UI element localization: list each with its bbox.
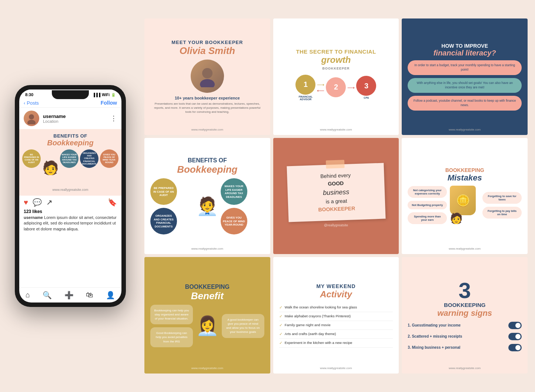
card2-website: www.reallygreatsite.com	[320, 128, 352, 131]
card1-avatar	[191, 60, 224, 93]
benefit-bubbles-right: A good bookkeeper can give you peace of …	[222, 314, 264, 338]
toggle-3[interactable]	[508, 344, 522, 351]
post-grid: MEET YOUR BOOKKEEPER Olivia Smith 10+ ye…	[144, 18, 528, 374]
shop-icon[interactable]: 🛍	[86, 291, 93, 300]
back-button[interactable]: ‹ Posts	[24, 100, 39, 106]
mistakes-center: 🪙 🧑	[450, 186, 479, 224]
card-mistakes: BOOKKEEPING Mistakes Not categorizing yo…	[402, 138, 528, 254]
card5-handle: @reallygreatsite	[324, 223, 348, 227]
bookkeeper-figure-icon: 🧑‍💼	[196, 196, 218, 217]
card9-subtitle: warning signs	[437, 308, 492, 318]
cycle-arrows: ⟶ ⟵	[317, 82, 324, 94]
profile-info: username Location	[43, 114, 107, 124]
card7-title: BOOKKEEPING	[185, 284, 230, 290]
warning-item-3: 3. Mixing business + personal	[408, 344, 522, 351]
cycle-item-1: 1 FINANCIALADVISOR	[295, 75, 315, 101]
card2-title: THE SECRET TO FINANCIAL	[296, 48, 376, 55]
cycle-circle-1: 1	[295, 75, 315, 95]
more-icon[interactable]: ⋮	[110, 114, 117, 122]
activity-text-5: Experiment in the kitchen with a new rec…	[285, 341, 352, 345]
post-circles: BE PREPARED IN CASE OF AN AUDIT 🧑 MAKES …	[19, 149, 121, 186]
battery-icon: 🔋	[111, 93, 116, 97]
mistakes-left: Not categorizing your expenses correctly…	[408, 186, 447, 224]
card6-title: BOOKKEEPING	[445, 167, 484, 173]
comment-icon[interactable]: 💬	[33, 198, 42, 207]
toggle-knob-2	[515, 334, 521, 339]
bookkeeper-avatar-image	[196, 65, 218, 87]
card-benefit-gold: BOOKKEEPING Benefit Bookkeeping can help…	[144, 257, 270, 374]
cycle-circle-2: 2	[326, 77, 346, 97]
share-icon[interactable]: ↗	[46, 198, 53, 207]
add-icon[interactable]: ➕	[64, 291, 74, 300]
search-icon[interactable]: 🔍	[43, 291, 52, 300]
card4-website: www.reallygreatsite.com	[191, 247, 223, 250]
benefit-3: ORGANIZES AND CREATES FINANCIAL DOCUMENT…	[150, 208, 177, 234]
mistake-4: Forgetting to save for taxes	[482, 192, 522, 204]
benefit-circle-4: GIVES YOU PEACE OF MIND YEAR-ROUND	[100, 149, 118, 168]
cycle-circle-3: 3	[356, 76, 376, 96]
check-icon-5: ✓	[279, 341, 282, 345]
phone-notch	[52, 90, 89, 99]
like-icon[interactable]: ♥	[24, 198, 28, 207]
card6-subtitle: Mistakes	[448, 173, 482, 183]
card-weekend-activity: MY WEEKEND Activity ✓ Walk the ocean sho…	[273, 257, 399, 374]
back-label: Posts	[27, 100, 39, 106]
profile-icon[interactable]: 👤	[106, 291, 115, 300]
quote-line3: business	[323, 188, 350, 196]
benefit-circle-3: ORGANIZES AND CREATES FINANCIAL DOCUMENT…	[80, 149, 98, 168]
bookmark-icon[interactable]: 🔖	[108, 198, 117, 207]
avatar-image	[26, 112, 37, 124]
card1-website: www.reallygreatsite.com	[191, 128, 223, 131]
mistake-2: Not Budgeting properly	[408, 201, 447, 209]
bookkeeper-cartoon-icon: 👩‍💼	[196, 315, 219, 337]
card1-title: MEET YOUR BOOKKEEPER	[171, 40, 243, 45]
benefit-circle-1: BE PREPARED IN CASE OF AN AUDIT	[22, 149, 41, 168]
card3-subtitle: financial literacy?	[434, 49, 496, 57]
warning-text-3: 3. Mixing business + personal	[408, 345, 460, 349]
cycle-item-2: 2	[326, 77, 346, 98]
card1-name: Olivia Smith	[180, 45, 235, 57]
benefit-2: MAKES YOUR LIFE EASIER AROUND TAX DEADLI…	[221, 178, 247, 205]
card6-website: www.reallygreatsite.com	[449, 247, 481, 250]
post-caption: username Lorem ipsum dolor sit amet, con…	[19, 214, 121, 234]
phone-time: 8:30	[25, 92, 33, 97]
card1-experience: 10+ years bookkeeper experience	[175, 96, 240, 100]
activity-item-2: ✓ Make alphabet crayons (Thanks Pinteres…	[279, 312, 393, 321]
warning-text-2: 2. Scattered + missing receipts	[408, 334, 462, 338]
card-financial-literacy: HOW TO IMPROVE financial literacy? In or…	[402, 18, 528, 135]
benefit-bubble-1: Bookkeeping can help you stay organized …	[150, 305, 193, 325]
card8-subtitle: Activity	[320, 289, 352, 300]
coin-jar-icon: 🪙	[450, 186, 476, 215]
benefits-left: BE PREPARED IN CASE OF AN AUDIT ORGANIZE…	[150, 178, 194, 234]
mistakes-right: Forgetting to save for taxes Forgetting …	[482, 192, 522, 219]
phone-device: 8:30 ▐▐▐ WiFi 🔋 ‹ Posts Follow	[15, 85, 126, 307]
quote-line4: is a great	[325, 198, 347, 205]
card-quote: Behind every GOOD business is a great BO…	[273, 138, 399, 254]
tape-decoration	[325, 160, 344, 169]
card7-layout: Bookkeeping can help you stay organized …	[150, 305, 264, 347]
activity-item-3: ✓ Family game night and movie	[279, 321, 393, 330]
benefit-bubbles-left: Bookkeeping can help you stay organized …	[150, 305, 193, 347]
phone-mockup: 8:30 ▐▐▐ WiFi 🔋 ‹ Posts Follow	[7, 85, 133, 307]
home-icon[interactable]: ⌂	[26, 291, 30, 300]
cycle-label-3: CPA	[364, 97, 369, 99]
follow-button[interactable]: Follow	[101, 100, 117, 106]
check-icon-3: ✓	[279, 323, 282, 328]
cycle-item-3: 3 CPA	[356, 76, 376, 99]
card7-subtitle: Benefit	[191, 290, 224, 302]
toggle-2[interactable]	[508, 333, 522, 340]
cycle-arrow-left: ⟵	[317, 88, 324, 94]
activity-text-3: Family game night and movie	[285, 323, 331, 327]
activity-item-5: ✓ Experiment in the kitchen with a new r…	[279, 339, 393, 348]
phone-post-image: BENEFITS OF Bookkeeping BE PREPARED IN C…	[19, 129, 121, 196]
activity-item-4: ✓ Arts and crafts (earth day theme)	[279, 330, 393, 339]
warning-text-1: 1. Guesstimating your income	[408, 323, 461, 327]
toggle-1[interactable]	[508, 322, 522, 329]
toggle-knob-3	[515, 345, 521, 350]
card3-item-2: With anything else in life, you should s…	[408, 78, 522, 93]
card-meet-bookkeeper: MEET YOUR BOOKKEEPER Olivia Smith 10+ ye…	[144, 18, 270, 135]
mistakes-layout: Not categorizing your expenses correctly…	[408, 186, 522, 224]
post-website: www.reallygreatsite.com	[52, 188, 88, 192]
cycle-arrow-right: ⟶	[317, 82, 324, 88]
card4-center-figure: 🧑‍💼	[196, 196, 218, 217]
